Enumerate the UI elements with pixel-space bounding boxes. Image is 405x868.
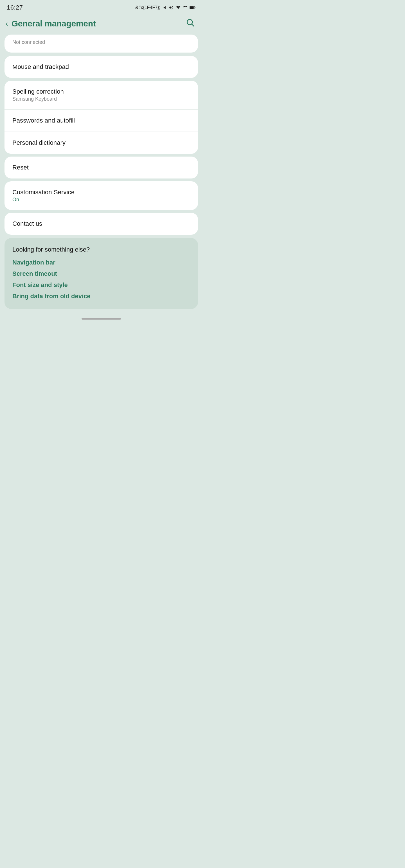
page-title: General management: [11, 19, 96, 28]
passwords-autofill-label: Passwords and autofill: [12, 117, 190, 124]
wifi-icon: [175, 5, 181, 10]
status-bar: 16:27 &#x{1F4F7};: [0, 0, 202, 13]
header-left: ‹ General management: [6, 19, 96, 28]
spelling-correction-item[interactable]: Spelling correction Samsung Keyboard: [4, 81, 198, 110]
mute-icon: [169, 5, 174, 10]
list-item[interactable]: Not connected: [4, 35, 198, 53]
customisation-label: Customisation Service: [12, 189, 190, 196]
mouse-trackpad-label: Mouse and trackpad: [12, 63, 190, 70]
suggestions-title: Looking for something else?: [12, 246, 190, 253]
svg-rect-1: [190, 6, 194, 9]
back-button[interactable]: ‹: [6, 20, 8, 27]
reset-card: Reset: [4, 157, 198, 179]
suggestion-bring-data[interactable]: Bring data from old device: [12, 292, 190, 300]
svg-line-4: [192, 24, 194, 26]
header: ‹ General management: [0, 13, 202, 35]
suggestion-navigation-bar[interactable]: Navigation bar: [12, 259, 190, 266]
suggestions-section: Looking for something else? Navigation b…: [4, 238, 198, 309]
customisation-status: On: [12, 197, 190, 203]
status-time: 16:27: [7, 4, 23, 11]
customisation-item[interactable]: Customisation Service On: [4, 181, 198, 210]
bluetooth-icon: [162, 5, 167, 10]
contact-item[interactable]: Contact us: [4, 213, 198, 235]
reset-item[interactable]: Reset: [4, 157, 198, 179]
suggestion-screen-timeout[interactable]: Screen timeout: [12, 270, 190, 277]
suggestion-font-size[interactable]: Font size and style: [12, 281, 190, 289]
personal-dictionary-item[interactable]: Personal dictionary: [4, 132, 198, 154]
status-icons: &#x{1F4F7};: [135, 5, 196, 10]
bottom-bar: [0, 312, 202, 324]
passwords-autofill-item[interactable]: Passwords and autofill: [4, 110, 198, 132]
mouse-trackpad-item[interactable]: Mouse and trackpad: [4, 56, 198, 78]
signal-icon: [183, 5, 188, 10]
content: Not connected Mouse and trackpad Spellin…: [0, 35, 202, 235]
contact-label: Contact us: [12, 220, 190, 227]
spelling-correction-subtitle: Samsung Keyboard: [12, 96, 190, 102]
home-indicator: [82, 318, 121, 319]
customisation-card: Customisation Service On: [4, 181, 198, 210]
spelling-correction-label: Spelling correction: [12, 88, 190, 95]
search-button[interactable]: [185, 18, 195, 29]
not-connected-subtitle: Not connected: [12, 39, 190, 45]
mouse-trackpad-card: Mouse and trackpad: [4, 56, 198, 78]
reset-label: Reset: [12, 164, 190, 171]
battery-icon: [190, 5, 196, 10]
keyboard-card: Spelling correction Samsung Keyboard Pas…: [4, 81, 198, 154]
personal-dictionary-label: Personal dictionary: [12, 139, 190, 147]
contact-card: Contact us: [4, 213, 198, 235]
svg-rect-2: [195, 7, 195, 8]
partial-card: Not connected: [4, 35, 198, 53]
bluetooth-icon: &#x{1F4F7};: [135, 5, 160, 10]
